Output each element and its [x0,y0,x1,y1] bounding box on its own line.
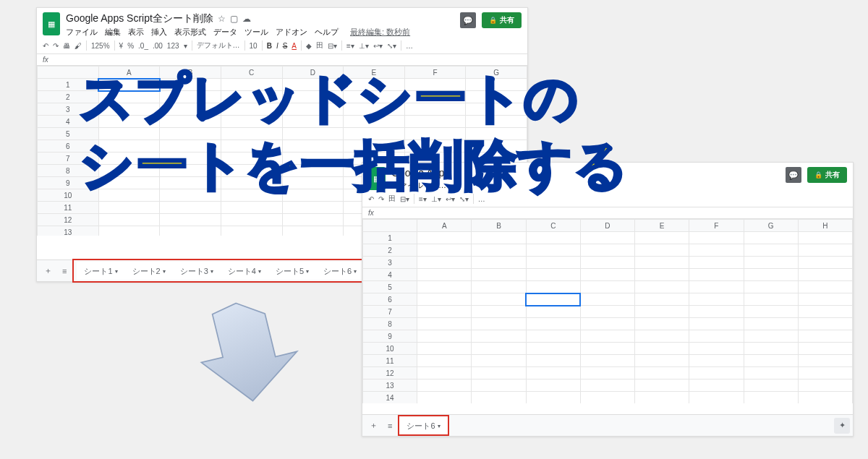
cell[interactable] [160,226,221,236]
percent-icon[interactable]: % [127,42,134,50]
cell[interactable] [526,355,580,367]
cell[interactable] [98,91,160,103]
cell[interactable] [526,318,580,330]
explore-button[interactable]: ✦ [834,418,850,434]
cell[interactable] [526,343,580,355]
cell[interactable] [404,79,466,91]
col-header[interactable]: G [744,220,798,232]
menu-view[interactable]: 表示 [128,27,144,38]
menu-addons[interactable]: アドオン [276,27,307,38]
sheet-tab[interactable]: シート3▾ [173,262,221,280]
cell[interactable] [282,91,344,103]
cell[interactable] [282,177,344,189]
sheet-tab[interactable]: シート6▾ [316,262,364,280]
sheet-tab[interactable]: シート5▾ [268,262,316,280]
cell[interactable] [160,202,221,214]
cell[interactable] [221,91,282,103]
cell[interactable] [98,189,160,202]
h-align-icon[interactable]: ≡▾ [419,195,427,203]
spreadsheet-grid[interactable]: A B C D E F G H 1 2 3 4 5 6 7 8 9 10 11 … [362,219,853,403]
cell[interactable] [472,281,526,293]
cell[interactable] [98,214,160,226]
merge-icon[interactable]: ⊟▾ [400,195,409,203]
cell[interactable] [472,257,526,269]
cell[interactable] [417,392,472,404]
cell[interactable] [689,343,744,355]
row-header[interactable]: 12 [363,367,417,379]
cell[interactable] [635,306,689,318]
cell[interactable] [580,306,634,318]
cell[interactable] [798,306,852,318]
cell[interactable] [472,367,526,379]
cell[interactable] [417,306,472,318]
cell[interactable] [98,116,160,128]
zoom-select[interactable]: 125% [91,42,110,50]
cell[interactable] [526,392,580,404]
row-header[interactable]: 9 [363,330,417,343]
cell[interactable] [744,392,798,404]
cell[interactable] [282,226,344,236]
cell[interactable] [404,128,466,140]
add-sheet-button[interactable]: ＋ [365,420,382,431]
sheet-tab[interactable]: シート6▾ [399,416,447,434]
row-header[interactable]: 1 [363,232,417,244]
cell[interactable] [221,214,282,226]
cell[interactable] [635,257,689,269]
cell[interactable] [526,306,580,318]
cell[interactable] [98,128,160,140]
cell[interactable] [580,293,634,306]
cell[interactable] [282,202,344,214]
cell[interactable] [472,232,526,244]
cell[interactable] [744,330,798,343]
cell[interactable] [744,232,798,244]
dropdown-icon[interactable]: ▾ [163,268,166,275]
cell[interactable] [160,153,221,165]
cell[interactable] [417,379,472,392]
share-button[interactable]: 共有 [482,12,522,28]
cell[interactable] [417,257,472,269]
cell[interactable] [98,165,160,177]
print-icon[interactable]: 🖶 [63,42,70,50]
number-format-select[interactable]: 123 [167,42,179,50]
cell[interactable] [417,269,472,281]
cell[interactable] [798,343,852,355]
cell[interactable] [798,281,852,293]
font-size-select[interactable]: 10 [250,42,258,50]
cell[interactable] [526,269,580,281]
cell[interactable] [526,379,580,392]
cell[interactable] [221,116,282,128]
toolbar-more[interactable]: … [406,42,413,50]
cell[interactable] [580,367,634,379]
cell[interactable] [160,128,221,140]
font-select[interactable]: デフォルト… [197,40,240,51]
cell[interactable] [798,318,852,330]
cell[interactable] [798,330,852,343]
cell[interactable] [221,177,282,189]
redo-icon[interactable]: ↷ [378,195,384,203]
row-header[interactable]: 8 [363,318,417,330]
cell[interactable] [798,392,852,404]
cell[interactable] [798,244,852,257]
cell[interactable] [526,281,580,293]
cell[interactable] [580,257,634,269]
col-header[interactable]: D [580,220,634,232]
row-header[interactable]: 3 [363,257,417,269]
cell[interactable] [744,306,798,318]
cell[interactable] [160,91,221,103]
row-header[interactable]: 10 [363,343,417,355]
last-edit-label[interactable]: 最終編集: 数秒前 [350,27,410,38]
cell[interactable] [404,91,466,103]
dropdown-icon[interactable]: ▾ [306,268,309,275]
v-align-icon[interactable]: ⊥▾ [359,42,369,50]
cell-selected[interactable] [98,79,160,91]
cell[interactable] [580,392,634,404]
cell[interactable] [689,392,744,404]
col-header[interactable]: G [466,67,527,79]
cell[interactable] [635,330,689,343]
cell[interactable] [798,367,852,379]
formula-bar[interactable]: fx [362,207,853,219]
cell[interactable] [472,306,526,318]
cell[interactable] [744,355,798,367]
cell[interactable] [798,269,852,281]
comments-button[interactable]: 💬 [460,12,476,28]
